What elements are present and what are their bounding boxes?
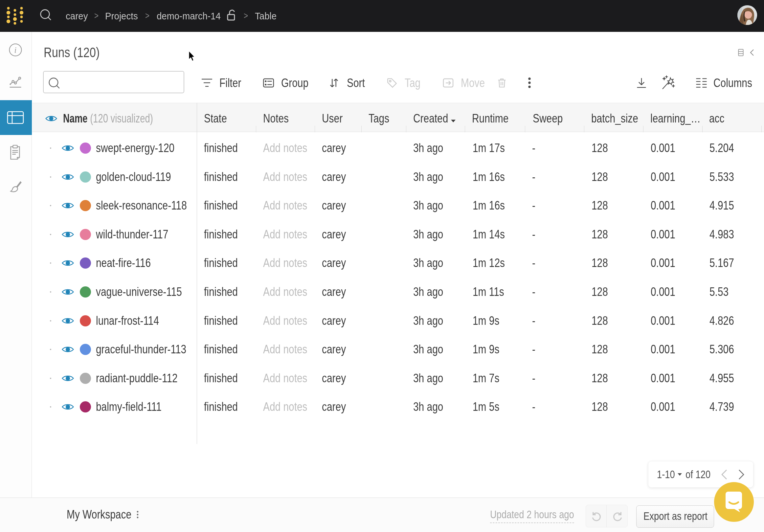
svg-text:i: i <box>14 46 17 55</box>
